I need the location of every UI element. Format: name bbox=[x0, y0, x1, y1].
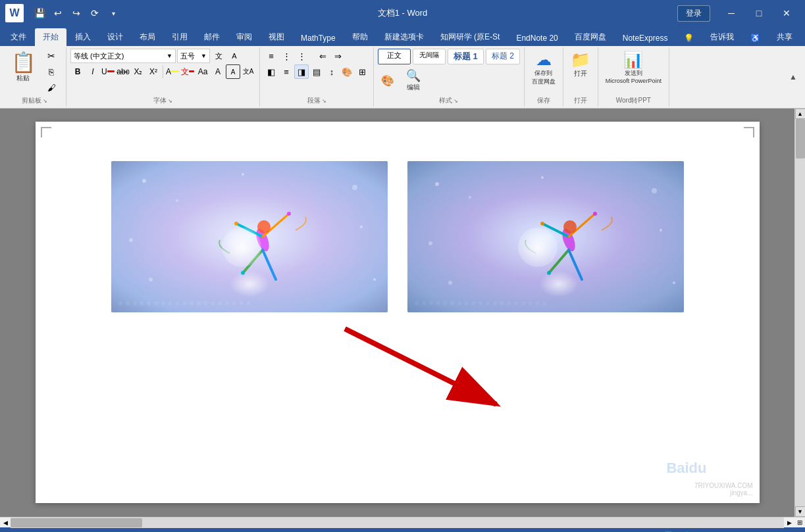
close-button[interactable]: ✕ bbox=[773, 0, 800, 26]
svg-point-25 bbox=[428, 241, 432, 245]
multilevel-list-btn[interactable]: ⋮ bbox=[294, 49, 309, 63]
char-shading-btn[interactable]: A bbox=[211, 64, 225, 79]
font-size-expand-btn[interactable]: 文 bbox=[211, 49, 226, 63]
case-change-btn[interactable]: Aa bbox=[195, 64, 210, 79]
char-border-btn[interactable]: A bbox=[226, 64, 240, 79]
svg-point-16 bbox=[234, 222, 238, 226]
styles-pane-btn[interactable]: 🎨 bbox=[378, 73, 398, 88]
image-2-svg: ❄ ❄ ❄ ❄ ❄ ❄ ❄ ❄ ❄ ❄ ❄ ❄ ❄ ❄ ❄ ❄ ❄ ❄ ❄ bbox=[407, 161, 684, 312]
font-name-dropdown[interactable]: ▼ bbox=[167, 53, 172, 59]
ribbon-collapse-button[interactable]: ▲ bbox=[787, 70, 800, 84]
scroll-track[interactable] bbox=[795, 119, 806, 506]
justify-btn[interactable]: ▤ bbox=[309, 64, 324, 79]
tab-insert[interactable]: 插入 bbox=[67, 28, 99, 46]
italic-button[interactable]: I bbox=[86, 64, 100, 79]
tab-view[interactable]: 视图 bbox=[261, 28, 292, 46]
strikethrough-button[interactable]: abc bbox=[116, 64, 130, 79]
subscript-button[interactable]: X₂ bbox=[131, 64, 145, 79]
editing-label: 编辑 bbox=[407, 83, 420, 92]
phonetic-btn[interactable]: 文A bbox=[241, 64, 255, 79]
font-expand-icon[interactable]: ↘ bbox=[168, 98, 172, 104]
tab-references[interactable]: 引用 bbox=[164, 28, 195, 46]
h-scroll-track[interactable] bbox=[11, 518, 784, 528]
borders-btn[interactable]: ⊞ bbox=[355, 64, 369, 79]
scroll-up-btn[interactable]: ▲ bbox=[795, 109, 806, 119]
line-spacing-btn[interactable]: ↕ bbox=[325, 64, 339, 79]
repeat-btn[interactable]: ⟳ bbox=[87, 5, 103, 21]
horizontal-scrollbar[interactable]: ◀ ▶ ⊞ bbox=[0, 517, 805, 527]
restore-button[interactable]: □ bbox=[746, 0, 772, 26]
styles-content: 正文 无间隔 标题 1 标题 2 🎨 🔍 编辑 bbox=[378, 49, 520, 95]
align-right-btn[interactable]: ◨ bbox=[294, 64, 309, 79]
tab-cnki[interactable]: 知网研学 (原E-St bbox=[432, 28, 508, 46]
tab-design[interactable]: 设计 bbox=[99, 28, 131, 46]
h-scroll-right-btn[interactable]: ▶ bbox=[784, 518, 794, 528]
tab-help[interactable]: 帮助 bbox=[344, 28, 376, 46]
clipboard-expand-icon[interactable]: ↘ bbox=[43, 98, 47, 104]
superscript-button[interactable]: X² bbox=[146, 64, 161, 79]
tab-review[interactable]: 审阅 bbox=[228, 28, 260, 46]
font-name-selector[interactable]: 等线 (中文正文) ▼ bbox=[70, 49, 176, 63]
highlight-button[interactable]: A bbox=[165, 64, 180, 79]
tab-bulb[interactable]: 💡 bbox=[676, 30, 702, 46]
tab-baidu-pan[interactable]: 百度网盘 bbox=[567, 28, 614, 46]
cut-button[interactable]: ✂ bbox=[41, 49, 62, 63]
login-button[interactable]: 登录 bbox=[677, 5, 710, 22]
increase-indent-btn[interactable]: ⇒ bbox=[330, 49, 345, 63]
more-btn[interactable]: ▾ bbox=[105, 5, 121, 21]
align-center-btn[interactable]: ≡ bbox=[279, 64, 294, 79]
send-to-ppt-label: 发送到Microsoft PowerPoint bbox=[606, 69, 662, 84]
tab-new-tab[interactable]: 新建选项卡 bbox=[377, 28, 432, 46]
style-normal[interactable]: 正文 bbox=[378, 49, 411, 64]
underline-button[interactable]: U bbox=[101, 64, 115, 79]
paste-button[interactable]: 📋 粘贴 bbox=[7, 49, 39, 85]
format-painter-button[interactable]: 🖌 bbox=[41, 80, 62, 95]
svg-point-5 bbox=[129, 238, 133, 242]
redo-btn[interactable]: ↪ bbox=[68, 5, 84, 21]
tab-endnote[interactable]: EndNote 20 bbox=[508, 30, 565, 46]
scroll-thumb[interactable] bbox=[796, 119, 805, 158]
font-size-dropdown[interactable]: ▼ bbox=[201, 53, 207, 59]
image-2[interactable]: ❄ ❄ ❄ ❄ ❄ ❄ ❄ ❄ ❄ ❄ ❄ ❄ ❄ ❄ ❄ ❄ ❄ ❄ ❄ bbox=[407, 161, 684, 312]
shading-btn[interactable]: 🎨 bbox=[340, 64, 354, 79]
tab-home[interactable]: 开始 bbox=[35, 28, 66, 46]
save-quick-btn[interactable]: 💾 bbox=[32, 5, 47, 21]
h-scroll-thumb[interactable] bbox=[11, 518, 142, 527]
document-scroll[interactable]: ❄ ❄ ❄ ❄ ❄ ❄ ❄ ❄ ❄ ❄ ❄ ❄ ❄ ❄ ❄ ❄ ❄ ❄ ❄ bbox=[0, 109, 794, 517]
tab-file[interactable]: 文件 bbox=[3, 28, 34, 46]
style-no-space[interactable]: 无间隔 bbox=[413, 49, 446, 64]
h-scroll-left-btn[interactable]: ◀ bbox=[0, 518, 11, 528]
style-heading1[interactable]: 标题 1 bbox=[448, 49, 484, 64]
vertical-scrollbar[interactable]: ▲ ▼ bbox=[794, 109, 805, 517]
align-left-btn[interactable]: ◧ bbox=[264, 64, 278, 79]
copy-button[interactable]: ⎘ bbox=[41, 64, 62, 79]
para-expand-icon[interactable]: ↘ bbox=[322, 98, 326, 104]
decrease-indent-btn[interactable]: ⇐ bbox=[315, 49, 330, 63]
bold-button[interactable]: B bbox=[70, 64, 85, 79]
tab-mathtype[interactable]: MathType bbox=[293, 30, 344, 46]
tab-share[interactable]: 共享 bbox=[769, 28, 800, 46]
ribbon-tab-bar: 文件 开始 插入 设计 布局 引用 邮件 审阅 视图 MathType 帮助 新… bbox=[0, 26, 805, 46]
send-to-ppt-button[interactable]: 📊 发送到Microsoft PowerPoint bbox=[602, 49, 665, 86]
clear-format-btn[interactable]: A bbox=[227, 49, 242, 63]
save-baidu-button[interactable]: ☁ 保存到百度网盘 bbox=[529, 49, 559, 88]
scroll-down-btn[interactable]: ▼ bbox=[795, 506, 806, 517]
numbered-list-btn[interactable]: ⋮ bbox=[279, 49, 294, 63]
tab-mail[interactable]: 邮件 bbox=[196, 28, 228, 46]
undo-btn[interactable]: ↩ bbox=[50, 5, 66, 21]
view-expand-btn[interactable]: ⊞ bbox=[794, 518, 805, 528]
tab-noteexpress[interactable]: NoteExpress bbox=[615, 30, 676, 46]
save-content: ☁ 保存到百度网盘 bbox=[529, 49, 559, 95]
tab-accessibility[interactable]: ♿ bbox=[742, 30, 768, 46]
tab-tell-me[interactable]: 告诉我 bbox=[702, 28, 742, 46]
editing-btn[interactable]: 🔍 编辑 bbox=[400, 66, 427, 94]
bullet-list-btn[interactable]: ≡ bbox=[264, 49, 278, 63]
styles-expand-icon[interactable]: ↘ bbox=[454, 98, 458, 104]
font-size-selector[interactable]: 五号 ▼ bbox=[177, 49, 210, 63]
style-heading2[interactable]: 标题 2 bbox=[486, 49, 520, 64]
font-color-button[interactable]: 文 bbox=[180, 64, 195, 79]
open-button[interactable]: 📁 打开 bbox=[567, 49, 594, 80]
image-1[interactable]: ❄ ❄ ❄ ❄ ❄ ❄ ❄ ❄ ❄ ❄ ❄ ❄ ❄ ❄ ❄ ❄ ❄ ❄ ❄ bbox=[111, 161, 388, 312]
tab-layout[interactable]: 布局 bbox=[132, 28, 163, 46]
minimize-button[interactable]: ─ bbox=[718, 0, 744, 26]
